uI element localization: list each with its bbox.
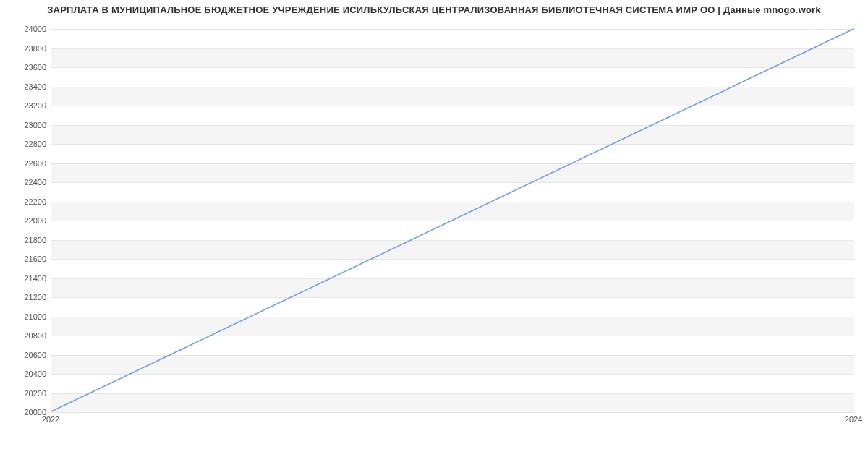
plot-area xyxy=(51,29,854,412)
x-tick-label: 2024 xyxy=(845,415,862,424)
y-tick-label: 22800 xyxy=(3,140,46,148)
y-tick-label: 21400 xyxy=(3,274,46,283)
y-axis-labels: 2000020200204002060020800210002120021400… xyxy=(0,29,46,412)
y-tick-label: 22000 xyxy=(3,216,46,225)
data-line xyxy=(51,29,854,411)
grid-line xyxy=(51,412,854,413)
y-tick-label: 23800 xyxy=(3,44,46,53)
y-tick-label: 20600 xyxy=(3,351,46,359)
y-tick-label: 24000 xyxy=(3,25,46,33)
y-tick-label: 23600 xyxy=(3,63,46,72)
y-tick-label: 22200 xyxy=(3,197,46,206)
chart-container: ЗАРПЛАТА В МУНИЦИПАЛЬНОЕ БЮДЖЕТНОЕ УЧРЕЖ… xyxy=(0,0,868,470)
line-series xyxy=(51,29,854,411)
y-tick-label: 21200 xyxy=(3,293,46,302)
chart-title: ЗАРПЛАТА В МУНИЦИПАЛЬНОЕ БЮДЖЕТНОЕ УЧРЕЖ… xyxy=(0,4,868,15)
y-tick-label: 20800 xyxy=(3,331,46,340)
y-tick-label: 22600 xyxy=(3,159,46,168)
y-tick-label: 20400 xyxy=(3,369,46,378)
x-axis-labels: 20222024 xyxy=(51,415,854,430)
x-tick-label: 2022 xyxy=(42,415,59,424)
y-tick-label: 21600 xyxy=(3,255,46,263)
y-tick-label: 21000 xyxy=(3,312,46,321)
y-tick-label: 22400 xyxy=(3,178,46,187)
y-tick-label: 20200 xyxy=(3,389,46,398)
y-tick-label: 23400 xyxy=(3,82,46,91)
y-tick-label: 23200 xyxy=(3,101,46,110)
y-tick-label: 23000 xyxy=(3,121,46,129)
y-tick-label: 21800 xyxy=(3,236,46,244)
y-tick-label: 20000 xyxy=(3,408,46,416)
